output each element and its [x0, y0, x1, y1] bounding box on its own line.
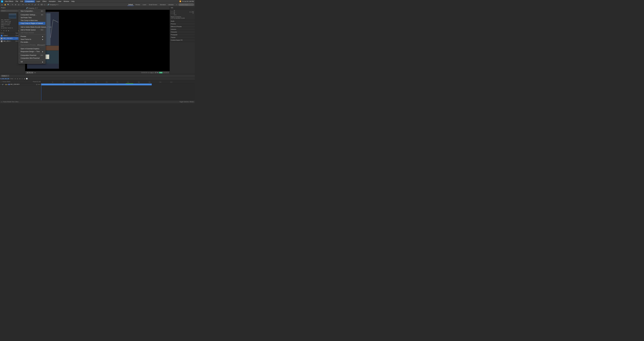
track-header-columns: ☁ Source Name Parent & Link — [0, 80, 41, 83]
menu-comp-settings[interactable]: Composition Settings… ⌘K — [18, 14, 45, 16]
track-left-panel: 👁 🔊 ⊙ 🔒 ▶ IMG_2290.MOV 🎥 None — [0, 83, 41, 100]
tool-roto[interactable]: ⬡ — [43, 3, 46, 6]
project-filter-icon[interactable]: ▤ — [5, 30, 7, 32]
panel-section-libraries[interactable]: Libraries — [170, 28, 195, 31]
project-tool-icon[interactable]: ≡ — [0, 30, 2, 32]
tool-mask-pen[interactable]: ✏ — [28, 3, 30, 6]
menu-crop-comp[interactable]: Crop Comp to Region of Interest — [18, 22, 45, 25]
zoom-select[interactable]: 66.7% — [26, 72, 33, 74]
search-help-input[interactable] — [178, 4, 194, 6]
tc-btn-graph[interactable]: 📊 — [26, 78, 28, 80]
ws-small-screen[interactable]: Small Screen — [148, 4, 158, 6]
tool-brush[interactable]: 🖌 — [34, 3, 36, 6]
track-row-video[interactable]: 👁 🔊 ⊙ 🔒 ▶ IMG_2290.MOV 🎥 None — [0, 83, 41, 86]
menu-set-poster[interactable]: Set Poster Time — [18, 16, 45, 19]
footer-toggle-label[interactable]: Toggle Switches / Modes — [180, 101, 194, 103]
preview-ctrl-icons[interactable]: ⊞ ⊡ ▣ ▤ ⊕ 🎬 📷 — [148, 72, 158, 73]
panel-section-paragraph[interactable]: Paragraph — [170, 33, 195, 36]
tc-btn-solo[interactable]: ◈ — [16, 78, 18, 80]
tc-btn-lock[interactable]: ⊞ — [19, 78, 21, 80]
track-audio-icon[interactable]: 🔊 — [2, 84, 4, 85]
info-r-value: R: — [174, 10, 189, 11]
tool-zoom[interactable]: 🔍 — [7, 3, 10, 6]
tc-btn-info[interactable]: ℹ — [21, 78, 23, 80]
menu-prerender[interactable]: Pre-render… — [18, 41, 45, 44]
track-solo-icon[interactable]: ⊙ — [4, 84, 5, 85]
tool-pointer[interactable]: ▲ — [1, 3, 3, 6]
menu-after-effects[interactable]: After Effects — [4, 0, 14, 3]
menu-add-encoder[interactable]: Add to Adobe Media Encoder Queue… ⌃⌥M — [18, 26, 45, 29]
tc-btn-color[interactable]: ◉ — [24, 78, 26, 80]
ws-more[interactable]: » — [175, 4, 178, 6]
menu-view[interactable]: View — [57, 0, 62, 3]
menu-vr[interactable]: VR ▶ — [18, 61, 45, 63]
menu-mini-flowchart[interactable]: Composition Mini-Flowchart — [18, 57, 45, 60]
menu-add-render[interactable]: Add to Render Queue ⌃⌘M — [18, 29, 45, 31]
system-wifi-icon: 📶 — [180, 1, 181, 2]
menu-flowchart[interactable]: Composition Flowchart ⇧⌘F — [18, 54, 45, 57]
ws-default[interactable]: Default — [128, 4, 134, 6]
preview-quality[interactable]: Full — [34, 72, 36, 73]
menu-window[interactable]: Window — [62, 0, 70, 3]
menu-help[interactable]: Help — [70, 0, 76, 3]
menu-edit[interactable]: Edit — [19, 0, 24, 3]
tool-camera-pan[interactable]: ⊕ — [14, 3, 17, 6]
project-color-icon[interactable]: ◉ — [8, 30, 10, 32]
panel-section-preview[interactable]: Preview — [170, 23, 195, 25]
menu-new-comp[interactable]: New Composition… ⌘N — [18, 10, 45, 13]
info-color-row: R: G: B: A: 0 X: -373 Y: — [171, 10, 194, 16]
info-content: R: G: B: A: 0 X: -373 Y: Region of Inter… — [170, 9, 195, 20]
ws-standard[interactable]: Standard — [159, 4, 167, 6]
panel-section-info[interactable]: Info — [170, 7, 195, 9]
panel-section-character[interactable]: Character — [170, 31, 195, 33]
menu-preview[interactable]: Preview ▶ — [18, 35, 45, 38]
timeline-timecode[interactable]: 0;00;00;00 — [0, 78, 10, 80]
snap-label: Snapping — [50, 4, 56, 6]
menu-effect[interactable]: Effect — [42, 0, 48, 3]
time-ruler: 5s 10s 15s 20s 25s 30s 35s 40s 45s 50s 5… — [41, 80, 195, 83]
paragraph-section-label: Paragraph — [171, 34, 177, 36]
tool-clone[interactable]: ⎘ — [37, 3, 40, 6]
tool-anchor[interactable]: ✛ — [22, 3, 24, 6]
panel-section-tracker[interactable]: Tracker — [170, 36, 195, 39]
menu-responsive-design[interactable]: Responsive Design — Time ▶ — [18, 50, 45, 53]
menu-file[interactable]: File — [14, 0, 19, 3]
menu-sep-3 — [18, 35, 45, 35]
track-lock-icon[interactable]: 🔒 — [5, 84, 7, 85]
responsive-submenu-arrow: ▶ — [42, 51, 43, 52]
track-3d-icon[interactable]: 🎥 — [36, 84, 37, 85]
tool-camera-dolly[interactable]: ◎ — [18, 3, 20, 6]
ws-review[interactable]: Review — [134, 4, 141, 6]
menu-animation[interactable]: Animation — [48, 0, 56, 3]
tool-eraser[interactable]: ⌫ — [40, 3, 43, 6]
timeline-header: Comp 1 × — [0, 74, 195, 77]
project-sort-icon[interactable]: ⊞ — [3, 30, 5, 32]
tool-mask-rect[interactable]: ▭ — [25, 3, 27, 6]
timeline-tab-comp1[interactable]: Comp 1 × — [1, 75, 9, 77]
preview-canvas[interactable]: WESTIN — [25, 10, 170, 71]
ws-learn[interactable]: Learn — [142, 4, 147, 6]
menu-layer[interactable]: Layer — [35, 0, 41, 3]
tool-hand[interactable]: ✋ — [4, 3, 6, 6]
snap-magnet-icon: 🔗 — [26, 7, 28, 9]
menu-open-eg[interactable]: Open in Essential Graphics — [18, 47, 45, 50]
tc-btn-search[interactable]: ⊕ — [14, 78, 16, 80]
menu-save-frame[interactable]: Save Frame As ▶ — [18, 38, 45, 41]
ws-libraries[interactable]: Libraries — [167, 4, 175, 6]
panel-section-audio[interactable]: Audio — [170, 20, 195, 23]
panel-section-effects[interactable]: Effects & Presets — [170, 25, 195, 28]
panel-section-content-aware[interactable]: Content-Aware Fill — [170, 39, 195, 42]
tool-text[interactable]: T — [31, 3, 34, 6]
tool-camera-orbit[interactable]: ↻ — [11, 3, 14, 6]
timeline-tab-close[interactable]: × — [8, 75, 8, 77]
track-eye-icon[interactable]: 👁 — [0, 84, 2, 85]
snap-toggle[interactable]: 🔗 Snapping ⊞ ⊡ — [48, 4, 58, 6]
footer-left-icon[interactable]: ◁ — [1, 101, 2, 103]
col-name-label: Name — [0, 32, 16, 34]
menu-trim-comp[interactable]: Trim Comp to Work Area — [18, 19, 45, 22]
info-rgba: R: G: B: A: 0 — [174, 10, 189, 16]
track-mode[interactable]: None — [38, 84, 40, 85]
menu-composition[interactable]: Composition — [24, 0, 35, 3]
track-collapse-icon[interactable]: ▶ — [7, 84, 8, 85]
track-bar-main[interactable] — [41, 84, 152, 85]
